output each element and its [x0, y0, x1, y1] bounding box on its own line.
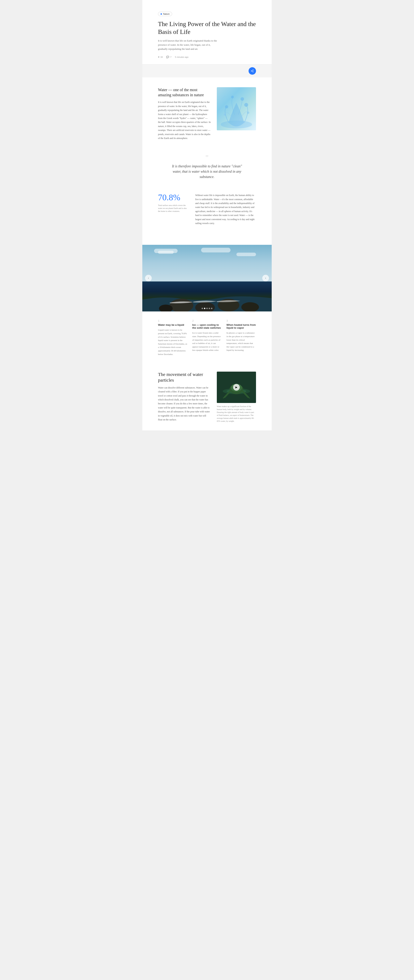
movement-image-caption: Water makes up a significant fraction of… [217, 405, 256, 423]
carousel-dot-2[interactable] [204, 308, 205, 309]
category-label: Nature [163, 13, 170, 15]
sky-area [142, 245, 272, 282]
likes-meta: ♥ 34 [158, 56, 163, 59]
carousel-dot-4[interactable] [209, 308, 210, 309]
time-meta: 5 minutes ago [175, 56, 189, 58]
carousel-dot-1[interactable] [202, 308, 203, 309]
col-text-3: In physics a vapor is a substance in the… [226, 331, 256, 352]
stat-left: 70.8% Total surface area which covers th… [158, 193, 189, 225]
movement-body: Water can dissolve different substances.… [158, 386, 211, 422]
water-splash-image [217, 87, 256, 130]
column-item-3: 3 When heated turns from liquid to vapor… [226, 319, 256, 356]
content-text-block: Water — one of the most amazing substanc… [158, 87, 211, 140]
carousel-section: ‹ › [142, 245, 272, 312]
col-number-3: 3 [226, 319, 256, 322]
col-heading-1: Water may be a liquid [158, 323, 188, 326]
rocks-svg [142, 284, 272, 312]
three-columns-section: 1 Water may be a liquid Liquid water is … [142, 312, 272, 364]
col-number-1: 1 [158, 319, 188, 322]
likes-count: 34 [160, 56, 163, 58]
comments-meta: 💬 7 [166, 56, 171, 59]
time-label: 5 minutes ago [175, 56, 189, 58]
column-item-1: 1 Water may be a liquid Liquid water is … [158, 319, 188, 356]
comment-icon: 💬 [166, 56, 169, 59]
stat-body-text: Without water life is impossible on Eart… [195, 193, 256, 225]
header-section: Nature The Living Power of the Water and… [142, 0, 272, 64]
carousel-prev-button[interactable]: ‹ [145, 275, 152, 282]
heart-icon: ♥ [158, 56, 159, 59]
content-section: Water — one of the most amazing substanc… [142, 78, 272, 245]
page-wrapper: Nature The Living Power of the Water and… [142, 0, 272, 430]
content-with-image: Water — one of the most amazing substanc… [158, 87, 256, 140]
movement-title: The movement of water particles [158, 372, 211, 383]
col-text-1: Liquid water is known to be present on E… [158, 328, 188, 356]
col-heading-2: Ice — upon cooling to the solid state sw… [192, 323, 222, 329]
carousel-dot-5[interactable] [211, 308, 212, 309]
carousel-next-button[interactable]: › [262, 275, 269, 282]
category-dot [161, 13, 162, 15]
stats-section: 70.8% Total surface area which covers th… [158, 193, 256, 235]
col-text-2: Ice is water frozen into a solid state. … [192, 331, 222, 352]
quote-text: It is therefore impossible to find in na… [170, 164, 244, 180]
movement-content: The movement of water particles Water ca… [158, 372, 256, 423]
cloud-2 [158, 251, 174, 254]
share-icon [251, 69, 254, 73]
column-item-2: 2 Ice — upon cooling to the solid state … [192, 319, 222, 356]
carousel-dot-3[interactable] [206, 308, 208, 309]
share-button[interactable] [248, 67, 256, 75]
article-subtitle: It is well known that life on Earth orig… [158, 39, 221, 51]
article-meta: ♥ 34 💬 7 5 minutes ago [158, 56, 256, 59]
article-title: The Living Power of the Water and the Ba… [158, 20, 256, 36]
quote-block: " It is therefore impossible to find in … [158, 148, 256, 185]
quote-mark-icon: " [170, 154, 244, 162]
movement-image: ▶ [217, 372, 256, 403]
share-section [142, 64, 272, 78]
col-heading-3: When heated turns from liquid to vapor [226, 323, 256, 329]
play-button[interactable]: ▶ [233, 384, 240, 391]
cloud-3 [201, 248, 231, 253]
carousel-dots [202, 308, 212, 309]
comments-count: 7 [170, 56, 171, 58]
movement-image-block: ▶ Water makes up a significant fraction … [217, 372, 256, 423]
cloud-4 [236, 253, 256, 256]
category-badge[interactable]: Nature [158, 12, 172, 16]
movement-section: The movement of water particles Water ca… [142, 364, 272, 430]
stat-description: Total surface area which covers the wate… [158, 204, 189, 213]
section1-heading: Water — one of the most amazing substanc… [158, 87, 211, 97]
section1-body: It is well known that life on Earth orig… [158, 100, 211, 140]
col-number-2: 2 [192, 319, 222, 322]
movement-text: The movement of water particles Water ca… [158, 372, 211, 423]
stat-number: 70.8% [158, 193, 189, 202]
content-image-block [217, 87, 256, 140]
water-splash-svg [217, 87, 256, 130]
